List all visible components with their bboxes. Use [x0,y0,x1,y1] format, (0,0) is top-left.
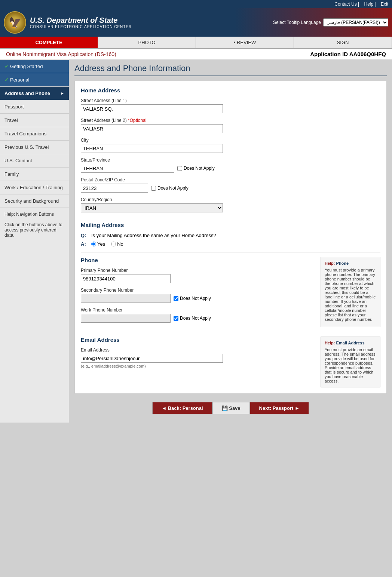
help-title: Help: Navigation Buttons [4,212,54,217]
phone-help-title: Help: Phone [325,261,376,266]
work-phone-input[interactable] [81,314,171,323]
seal-icon: 🦅 [9,16,22,29]
postal-dna-text: Does Not Apply [157,185,189,191]
primary-phone-input[interactable] [81,274,171,283]
content-area: Address and Phone Information Home Addre… [69,60,392,423]
mailing-yes-label[interactable]: Yes [91,241,105,247]
sidebar-item-previous-us-travel[interactable]: Previous U.S. Travel [0,141,69,154]
secondary-phone-input[interactable] [81,294,171,303]
state-dna-checkbox[interactable] [177,166,182,171]
city-label: City [81,138,380,143]
postal-dna-checkbox[interactable] [151,186,156,191]
q-label: Q: [81,233,88,238]
street2-input[interactable] [81,124,223,133]
primary-phone-label: Primary Phone Number [81,268,315,273]
email-group: Email Address (e.g., emailaddress@exampl… [81,347,315,368]
phone-section: Phone Primary Phone Number Secondary Pho… [81,257,380,327]
phone-title: Phone [81,257,315,263]
mailing-yes-radio[interactable] [91,242,96,246]
home-address-panel: Home Address Street Address (Line 1) Str… [74,81,387,394]
work-dna-label: Does Not Apply [174,316,211,321]
sidebar-item-security-background[interactable]: Security and Background [0,194,69,208]
exit-link[interactable]: Exit [381,1,388,7]
email-input[interactable] [81,354,223,363]
help-body: Click on the buttons above to access pre… [4,222,64,238]
secondary-phone-row: Does Not Apply [81,294,315,303]
next-button[interactable]: Next: Passport ► [250,402,309,414]
postal-dna-label: Does Not Apply [151,185,189,191]
postal-group: Postal Zone/ZIP Code Does Not Apply [81,177,380,193]
street2-group: Street Address (Line 2) *Optional [81,118,380,133]
state-group: State/Province Does Not Apply [81,157,380,173]
top-bar: Contact Us | Help | Exit [0,0,392,8]
tab-review[interactable]: REVIEW [196,37,294,48]
mailing-address-section: Mailing Address Q: Is your Mailing Addre… [81,222,380,247]
tooltip-label: Select Tooltip Language [273,20,321,25]
primary-phone-group: Primary Phone Number [81,268,315,283]
bottom-nav: ◄ Back: Personal 💾 Save Next: Passport ► [74,398,387,419]
sidebar-item-passport[interactable]: Passport [0,100,69,114]
postal-label: Postal Zone/ZIP Code [81,177,380,182]
sidebar-item-personal[interactable]: ✓Personal [0,73,69,87]
a-label: A: [81,241,88,247]
email-help-title: Help: Email Address [325,341,376,345]
home-address-title: Home Address [81,87,380,93]
help-link[interactable]: Help [364,1,374,7]
sidebar-item-getting-started[interactable]: ✓Getting Started [0,60,69,73]
street1-input[interactable] [81,104,223,113]
street1-label: Street Address (Line 1) [81,98,380,103]
state-row: Does Not Apply [81,164,380,173]
department-seal: 🦅 [4,11,26,34]
tab-complete[interactable]: COMPLETE [0,37,98,48]
mailing-title: Mailing Address [81,222,380,228]
sidebar-help: Help: Navigation Buttons Click on the bu… [0,208,69,242]
divider3 [81,332,380,332]
email-hint: (e.g., emailaddress@example.com) [81,364,315,368]
sidebar-item-us-contact[interactable]: U.S. Contact [0,154,69,168]
back-button[interactable]: ◄ Back: Personal [152,402,212,414]
divider1 [81,217,380,217]
postal-row: Does Not Apply [81,184,380,193]
email-help-body: You must provide an email address. The e… [325,347,376,383]
mailing-no-label[interactable]: No [111,241,123,247]
nav-tabs: COMPLETE PHOTO REVIEW SIGN [0,37,392,49]
city-group: City [81,138,380,153]
country-select[interactable]: IRAN [81,203,223,212]
tab-sign[interactable]: SIGN [294,37,392,48]
app-id-value: AA006Q0HFQ [349,51,386,57]
sidebar-item-work-education-training[interactable]: Work / Education / Training [0,181,69,194]
secondary-phone-label: Secondary Phone Number [81,288,315,293]
work-phone-group: Work Phone Number Does Not Apply [81,307,315,323]
app-id-bar: Online Nonimmigrant Visa Application (DS… [0,49,392,60]
mailing-no-text: No [117,241,123,247]
city-input[interactable] [81,144,223,153]
work-dna-checkbox[interactable] [174,316,178,321]
mailing-yes-text: Yes [97,241,105,247]
state-input[interactable] [81,164,174,173]
tab-photo[interactable]: PHOTO [98,37,196,48]
state-dna-label: Does Not Apply [177,166,215,171]
sidebar-item-address-phone[interactable]: Address and Phone ► [0,87,69,100]
sidebar-item-family[interactable]: Family [0,168,69,181]
contact-us-link[interactable]: Contact Us [334,1,356,7]
country-group: Country/Region IRAN [81,197,380,212]
mailing-question: Is your Mailing Address the same as your… [91,233,216,238]
main-layout: ✓Getting Started ✓Personal Address and P… [0,60,392,423]
phone-left: Phone Primary Phone Number Secondary Pho… [81,257,315,327]
header-left: 🦅 U.S. Department of State CONSULAR ELEC… [4,11,132,34]
dept-sub: CONSULAR ELECTRONIC APPLICATION CENTER [30,25,132,29]
postal-input[interactable] [81,184,148,193]
sidebar: ✓Getting Started ✓Personal Address and P… [0,60,69,423]
work-dna-text: Does Not Apply [180,316,211,321]
mailing-no-radio[interactable] [111,242,116,246]
mailing-question-row: Q: Is your Mailing Address the same as y… [81,233,380,238]
save-button[interactable]: 💾 Save [212,402,250,414]
secondary-dna-label: Does Not Apply [174,296,211,301]
state-label: State/Province [81,157,380,163]
language-select[interactable]: فارسی (PERSIAN(FARSI)) [323,18,388,27]
agency-name: U.S. Department of State CONSULAR ELECTR… [30,16,132,29]
sidebar-item-travel[interactable]: Travel [0,114,69,127]
secondary-dna-checkbox[interactable] [174,296,178,301]
app-title: Online Nonimmigrant Visa Application (DS… [6,51,116,57]
sidebar-item-travel-companions[interactable]: Travel Companions [0,127,69,141]
